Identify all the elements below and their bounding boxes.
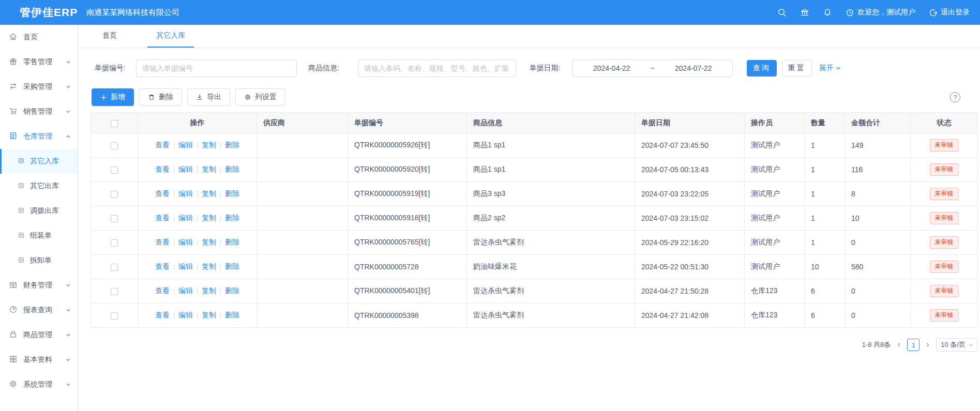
bill-no-cell: QTRK00000005926[转] (348, 133, 467, 158)
sidebar-item-label: 系统管理 (23, 380, 65, 389)
edit-link[interactable]: 编辑 (178, 311, 193, 320)
sidebar-item-products[interactable]: 商品管理 (0, 323, 78, 347)
help-icon[interactable]: ? (950, 92, 960, 102)
copy-link[interactable]: 复制 (202, 286, 216, 296)
add-button[interactable]: 新增 (92, 88, 134, 106)
row-checkbox[interactable] (111, 166, 118, 174)
sidebar-item-system[interactable]: 系统管理 (0, 372, 78, 397)
date-range-picker[interactable]: 2024-04-22 ~ 2024-07-22 (572, 59, 733, 77)
sidebar-subitem-assembly[interactable]: 组装单 (0, 223, 78, 248)
search-button[interactable]: 查询 (747, 60, 777, 77)
view-link[interactable]: 查看 (155, 165, 170, 174)
sidebar-subitem-other-inbound[interactable]: 其它入库 (0, 149, 78, 174)
row-checkbox[interactable] (111, 264, 118, 271)
qty-cell: 1 (805, 158, 845, 182)
bank-icon[interactable] (800, 8, 809, 17)
product-info-input[interactable] (358, 59, 516, 77)
prev-page-icon[interactable] (896, 342, 902, 348)
copy-link[interactable]: 复制 (202, 214, 216, 223)
copy-link[interactable]: 复制 (202, 141, 216, 150)
page-size-select[interactable]: 10 条/页 (936, 338, 977, 352)
sidebar-subitem-other-outbound[interactable]: 其它出库 (0, 174, 78, 199)
sidebar-item-finance[interactable]: 财务管理 (0, 273, 78, 298)
cart-icon (9, 106, 18, 117)
row-actions-cell: 查看编辑复制删除 (138, 182, 257, 206)
copy-link[interactable]: 复制 (202, 262, 216, 271)
chevron-down-icon (65, 382, 71, 388)
delete-link[interactable]: 删除 (225, 214, 239, 223)
toolbar: 新增 删除 导出 列设置 ? (92, 88, 968, 106)
sidebar-item-basic-data[interactable]: 基本资料 (0, 347, 78, 372)
select-all-checkbox[interactable] (111, 120, 118, 127)
chevron-down-icon (65, 357, 71, 363)
view-link[interactable]: 查看 (155, 214, 170, 223)
sidebar-item-warehouse[interactable]: 仓库管理 (0, 124, 78, 149)
sidebar-item-sales[interactable]: 销售管理 (0, 99, 78, 124)
edit-link[interactable]: 编辑 (178, 262, 193, 271)
divider (220, 142, 221, 149)
view-link[interactable]: 查看 (155, 238, 170, 247)
export-button[interactable]: 导出 (187, 88, 230, 106)
sidebar-subitem-transfer-outbound[interactable]: 调拨出库 (0, 199, 78, 223)
row-checkbox[interactable] (111, 215, 118, 222)
divider (197, 239, 198, 246)
sidebar-item-home[interactable]: 首页 (0, 25, 78, 50)
status-badge: 未审核 (930, 236, 959, 249)
divider (197, 191, 198, 197)
col-header-actions: 操作 (138, 113, 257, 133)
sidebar-item-retail[interactable]: 零售管理 (0, 50, 78, 74)
date-cell: 2024-07-07 23:45:50 (635, 133, 745, 158)
delete-link[interactable]: 删除 (225, 165, 239, 174)
sidebar-subitem-disassembly[interactable]: 拆卸单 (0, 248, 78, 273)
expand-toggle[interactable]: 展开 (819, 64, 841, 73)
copy-link[interactable]: 复制 (202, 189, 216, 199)
view-link[interactable]: 查看 (155, 189, 170, 199)
page-number[interactable]: 1 (907, 339, 919, 351)
column-settings-button[interactable]: 列设置 (235, 88, 285, 106)
search-icon[interactable] (777, 8, 787, 17)
edit-link[interactable]: 编辑 (178, 141, 193, 150)
row-checkbox[interactable] (111, 312, 118, 319)
edit-link[interactable]: 编辑 (178, 238, 193, 247)
delete-link[interactable]: 删除 (225, 141, 239, 150)
view-link[interactable]: 查看 (155, 262, 170, 271)
reset-button[interactable]: 重置 (782, 60, 812, 77)
view-link[interactable]: 查看 (155, 311, 170, 320)
logout-button[interactable]: 退出登录 (929, 8, 970, 17)
delete-link[interactable]: 删除 (225, 262, 239, 271)
bell-icon[interactable] (823, 8, 832, 17)
welcome-text: 欢迎您，测试用户 (857, 8, 915, 17)
table-row: 查看编辑复制删除 QTRK00000005765[转] 雷达杀虫气雾剂 2024… (91, 231, 978, 255)
operator-cell: 测试用户 (745, 255, 805, 279)
copy-link[interactable]: 复制 (202, 165, 216, 174)
sidebar-item-purchase[interactable]: 采购管理 (0, 74, 78, 99)
delete-link[interactable]: 删除 (225, 311, 239, 320)
view-link[interactable]: 查看 (155, 141, 170, 150)
delete-link[interactable]: 删除 (225, 189, 239, 199)
bill-no-cell: QTRK00000005401[转] (348, 279, 467, 303)
bill-no-input[interactable] (136, 59, 297, 77)
copy-link[interactable]: 复制 (202, 238, 216, 247)
row-checkbox[interactable] (111, 239, 118, 247)
welcome-user[interactable]: 欢迎您，测试用户 (846, 8, 915, 17)
edit-link[interactable]: 编辑 (178, 214, 193, 223)
row-checkbox[interactable] (111, 288, 118, 295)
edit-link[interactable]: 编辑 (178, 286, 193, 296)
row-checkbox[interactable] (111, 142, 118, 149)
sidebar-item-reports[interactable]: 报表查询 (0, 298, 78, 323)
row-checkbox[interactable] (111, 191, 118, 198)
row-select-cell (91, 303, 138, 328)
copy-link[interactable]: 复制 (202, 311, 216, 320)
tab-home[interactable]: 首页 (94, 25, 126, 48)
edit-link[interactable]: 编辑 (178, 165, 193, 174)
delete-button[interactable]: 删除 (139, 88, 182, 106)
next-page-icon[interactable] (925, 342, 931, 348)
delete-link[interactable]: 删除 (225, 286, 239, 296)
view-link[interactable]: 查看 (155, 286, 170, 296)
delete-link[interactable]: 删除 (225, 238, 239, 247)
edit-link[interactable]: 编辑 (178, 189, 193, 199)
supplier-cell (257, 303, 348, 328)
tab-other-inbound[interactable]: 其它入库 (147, 25, 194, 48)
filter-bar: 单据编号: 商品信息: 单据日期: 2024-04-22 ~ 2024-07-2… (95, 59, 968, 77)
col-header-bill-no: 单据编号 (348, 113, 467, 133)
